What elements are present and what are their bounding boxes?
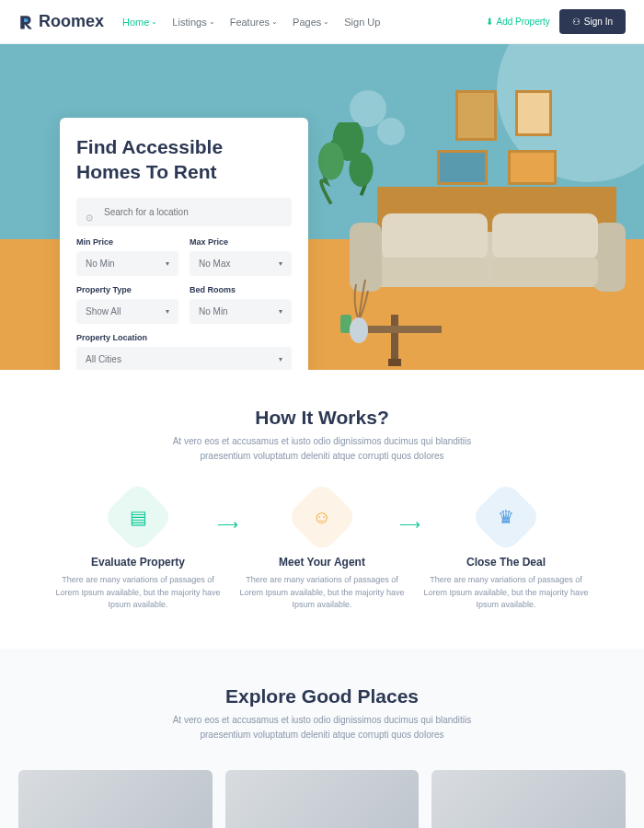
- nav-item-signup[interactable]: Sign Up: [344, 17, 380, 28]
- add-property-link[interactable]: ⬇ Add Property: [486, 17, 549, 27]
- hero-section: Find Accessible Homes To Rent ⊙ Min Pric…: [0, 44, 644, 370]
- step-desc: There are many variations of passages of…: [239, 574, 405, 612]
- max-price-label: Max Price: [190, 237, 292, 247]
- chevron-down-icon: ⌄: [209, 17, 215, 26]
- user-icon: ⚇: [572, 17, 581, 27]
- svg-point-1: [318, 142, 344, 179]
- svg-point-2: [349, 153, 373, 187]
- listing-image: [431, 770, 626, 829]
- nav-item-listings[interactable]: Listings⌄: [172, 17, 214, 28]
- listing-card[interactable]: [225, 770, 420, 829]
- chevron-down-icon: ⌄: [271, 17, 278, 26]
- how-it-works-title: How It Works?: [46, 407, 598, 429]
- step-meet-agent: ☺ Meet Your Agent There are many variati…: [230, 491, 414, 612]
- document-icon: ▤: [130, 506, 147, 528]
- steps-row: ▤ Evaluate Property There are many varia…: [46, 491, 598, 612]
- main-nav: Home⌄ Listings⌄ Features⌄ Pages⌄ Sign Up: [122, 17, 380, 28]
- listing-image: [225, 770, 420, 829]
- svg-rect-7: [492, 213, 598, 259]
- step-desc: There are many variations of passages of…: [423, 574, 589, 612]
- listing-image: [18, 770, 213, 829]
- svg-rect-8: [382, 258, 488, 285]
- step-close-deal: ♛ Close The Deal There are many variatio…: [414, 491, 598, 612]
- chevron-down-icon: ▾: [166, 259, 169, 268]
- header: Roomex Home⌄ Listings⌄ Features⌄ Pages⌄ …: [0, 0, 644, 44]
- step-desc: There are many variations of passages of…: [55, 574, 221, 612]
- chevron-down-icon: ▾: [279, 355, 282, 363]
- user-icon: ☺: [313, 506, 331, 527]
- svg-rect-12: [388, 359, 401, 366]
- step-icon-wrap: ♛: [469, 480, 542, 553]
- listing-card[interactable]: [431, 770, 626, 829]
- logo[interactable]: Roomex: [18, 12, 104, 31]
- location-search-input[interactable]: [76, 198, 292, 226]
- sign-in-button[interactable]: ⚇ Sign In: [559, 9, 626, 34]
- chevron-down-icon: ⌄: [151, 17, 157, 26]
- svg-rect-9: [492, 258, 598, 285]
- min-price-label: Min Price: [76, 237, 178, 247]
- location-pin-icon: ⊙: [86, 213, 93, 223]
- search-card: Find Accessible Homes To Rent ⊙ Min Pric…: [60, 118, 308, 370]
- svg-point-14: [350, 317, 368, 343]
- step-title: Meet Your Agent: [239, 556, 405, 569]
- max-price-select[interactable]: No Max▾: [190, 251, 292, 276]
- logo-icon: [18, 14, 35, 30]
- listing-card[interactable]: [18, 770, 213, 829]
- explore-title: Explore Good Places: [18, 685, 626, 707]
- chevron-down-icon: ▾: [166, 307, 169, 316]
- arrow-right-icon: ⟶: [217, 515, 238, 533]
- step-icon-wrap: ☺: [285, 480, 358, 553]
- property-type-select[interactable]: Show All▾: [76, 299, 178, 324]
- download-icon: ⬇: [486, 17, 493, 27]
- nav-item-home[interactable]: Home⌄: [122, 17, 157, 28]
- step-title: Evaluate Property: [55, 556, 221, 569]
- chevron-down-icon: ▾: [279, 307, 282, 316]
- brand-name: Roomex: [39, 12, 104, 31]
- how-it-works-subtitle: At vero eos et accusamus et iusto odio d…: [147, 434, 497, 464]
- property-location-select[interactable]: All Cities▾: [76, 347, 292, 370]
- svg-rect-6: [382, 213, 488, 259]
- bedrooms-label: Bed Rooms: [190, 285, 292, 294]
- min-price-select[interactable]: No Min▾: [76, 251, 178, 276]
- svg-rect-5: [593, 223, 626, 292]
- shield-icon: ♛: [498, 506, 514, 528]
- search-title: Find Accessible Homes To Rent: [76, 134, 292, 185]
- property-location-label: Property Location: [76, 333, 292, 342]
- header-left: Roomex Home⌄ Listings⌄ Features⌄ Pages⌄ …: [18, 12, 380, 31]
- nav-item-features[interactable]: Features⌄: [230, 17, 278, 28]
- step-title: Close The Deal: [423, 556, 589, 569]
- explore-subtitle: At vero eos et accusamus et iusto odio d…: [147, 713, 497, 742]
- bedrooms-select[interactable]: No Min▾: [190, 299, 292, 324]
- explore-section: Explore Good Places At vero eos et accus…: [0, 649, 644, 829]
- header-right: ⬇ Add Property ⚇ Sign In: [486, 9, 626, 34]
- step-evaluate: ▤ Evaluate Property There are many varia…: [46, 491, 230, 612]
- svg-rect-10: [391, 315, 398, 361]
- nav-item-pages[interactable]: Pages⌄: [293, 17, 329, 28]
- arrow-right-icon: ⟶: [399, 515, 420, 533]
- listings-row: [18, 770, 626, 829]
- chevron-down-icon: ▾: [279, 259, 282, 268]
- how-it-works-section: How It Works? At vero eos et accusamus e…: [0, 370, 644, 649]
- chevron-down-icon: ⌄: [323, 17, 329, 26]
- property-type-label: Property Type: [76, 285, 178, 294]
- search-input-wrap: ⊙: [76, 198, 292, 237]
- step-icon-wrap: ▤: [101, 480, 174, 553]
